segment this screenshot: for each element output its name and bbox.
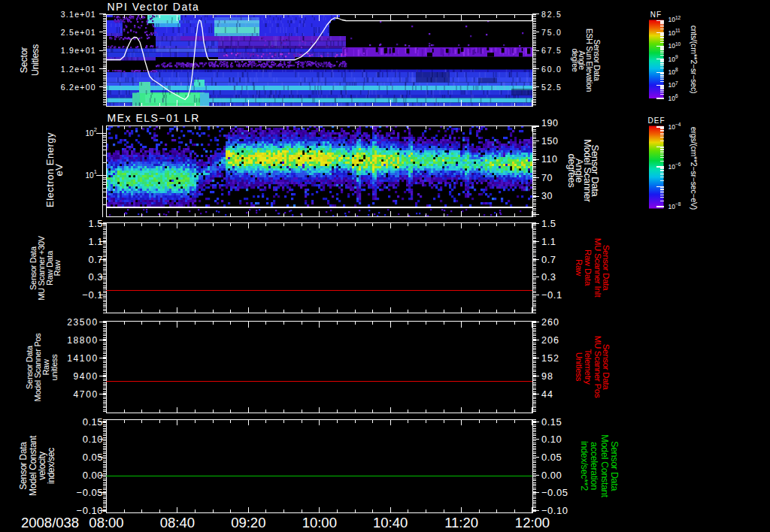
svg-text:152: 152 (541, 353, 559, 364)
svg-text:150: 150 (541, 136, 558, 147)
svg-text:10: 10 (85, 171, 94, 180)
svg-text:4700: 4700 (74, 389, 99, 400)
svg-text:2.5e+01: 2.5e+01 (61, 28, 96, 37)
svg-text:6.2e+00: 6.2e+00 (61, 83, 96, 92)
svg-text:Raw Data: Raw Data (584, 249, 593, 286)
svg-text:1.1: 1.1 (541, 236, 556, 247)
svg-text:60.0: 60.0 (541, 65, 562, 74)
svg-text:0.00: 0.00 (541, 470, 562, 481)
svg-text:Unitless: Unitless (574, 352, 584, 382)
svg-text:−0.05: −0.05 (77, 487, 103, 498)
svg-text:2: 2 (94, 126, 97, 133)
svg-text:0.3: 0.3 (541, 271, 556, 283)
svg-text:98: 98 (541, 371, 553, 382)
svg-text:30: 30 (541, 191, 553, 201)
svg-text:44: 44 (541, 389, 553, 400)
svg-text:MU Scanner InIt: MU Scanner InIt (593, 238, 602, 298)
svg-text:82.5: 82.5 (541, 10, 562, 19)
svg-text:0.05: 0.05 (83, 452, 103, 463)
svg-text:Sector: Sector (19, 47, 29, 73)
svg-text:Raw: Raw (574, 259, 584, 277)
svg-text:14100: 14100 (67, 353, 99, 364)
svg-text:206: 206 (541, 335, 559, 346)
svg-text:190: 190 (541, 118, 558, 128)
svg-text:NF: NF (650, 11, 662, 19)
svg-text:260: 260 (541, 317, 559, 328)
svg-text:0.15: 0.15 (83, 416, 103, 428)
svg-text:index/sec**2: index/sec**2 (579, 441, 590, 491)
svg-text:10: 10 (85, 129, 94, 138)
svg-text:Raw: Raw (53, 260, 62, 276)
svg-text:Unitless: Unitless (30, 44, 41, 76)
svg-text:−0.05: −0.05 (541, 487, 568, 498)
svg-text:0.10: 0.10 (541, 434, 562, 445)
svg-text:0.00: 0.00 (83, 470, 103, 481)
svg-text:MEx ELS−01 LR: MEx ELS−01 LR (108, 112, 200, 124)
svg-text:11:20: 11:20 (444, 515, 478, 530)
svg-text:110: 110 (541, 154, 557, 165)
svg-text:1.5: 1.5 (88, 218, 103, 229)
svg-text:67.5: 67.5 (541, 46, 562, 55)
svg-text:degrees: degrees (566, 154, 578, 189)
svg-text:10:00: 10:00 (302, 515, 337, 530)
svg-text:10:40: 10:40 (373, 515, 408, 530)
svg-text:18800: 18800 (67, 335, 99, 346)
svg-text:1.2e+01: 1.2e+01 (61, 65, 96, 74)
svg-text:0.15: 0.15 (541, 416, 562, 428)
svg-text:1: 1 (94, 168, 97, 175)
svg-text:3.1e+01: 3.1e+01 (61, 10, 96, 19)
svg-text:2008/038: 2008/038 (21, 515, 79, 530)
svg-text:0.3: 0.3 (88, 271, 103, 283)
svg-text:1.5: 1.5 (541, 218, 556, 229)
svg-text:0.05: 0.05 (541, 452, 562, 463)
svg-text:ergs/(cm**2−sr−sec−eV): ergs/(cm**2−sr−sec−eV) (690, 127, 699, 210)
svg-text:09:20: 09:20 (231, 515, 265, 530)
svg-text:Sensor Data: Sensor Data (609, 441, 620, 491)
svg-text:cnts/(cm**2−sr−sec): cnts/(cm**2−sr−sec) (690, 26, 699, 94)
svg-text:08:40: 08:40 (160, 515, 195, 530)
svg-text:75.0: 75.0 (541, 28, 562, 37)
svg-text:1.1: 1.1 (88, 236, 103, 247)
svg-text:23500: 23500 (67, 317, 99, 328)
svg-text:MU Scanner Pos: MU Scanner Pos (593, 336, 602, 398)
svg-text:eV: eV (53, 164, 65, 177)
svg-text:52.5: 52.5 (541, 83, 562, 92)
svg-text:NPI Vector Data: NPI Vector Data (108, 1, 200, 13)
svg-text:degree: degree (571, 49, 580, 72)
svg-text:−0.1: −0.1 (82, 289, 103, 301)
svg-text:12:00: 12:00 (515, 515, 550, 530)
svg-text:1.9e+01: 1.9e+01 (61, 46, 96, 55)
svg-text:DEF: DEF (648, 116, 665, 125)
svg-text:unitless: unitless (50, 354, 59, 381)
svg-text:9400: 9400 (74, 371, 99, 382)
svg-text:0.10: 0.10 (83, 434, 103, 445)
svg-text:08:00: 08:00 (89, 515, 123, 530)
svg-text:Telemetry: Telemetry (584, 349, 593, 385)
svg-text:70: 70 (541, 173, 553, 183)
svg-text:−0.1: −0.1 (541, 289, 562, 301)
svg-text:index/sec: index/sec (46, 448, 56, 484)
svg-text:0.7: 0.7 (541, 254, 556, 265)
svg-text:acceleration: acceleration (589, 442, 599, 490)
svg-text:Model Constant: Model Constant (599, 434, 610, 497)
svg-text:0.7: 0.7 (88, 254, 103, 265)
